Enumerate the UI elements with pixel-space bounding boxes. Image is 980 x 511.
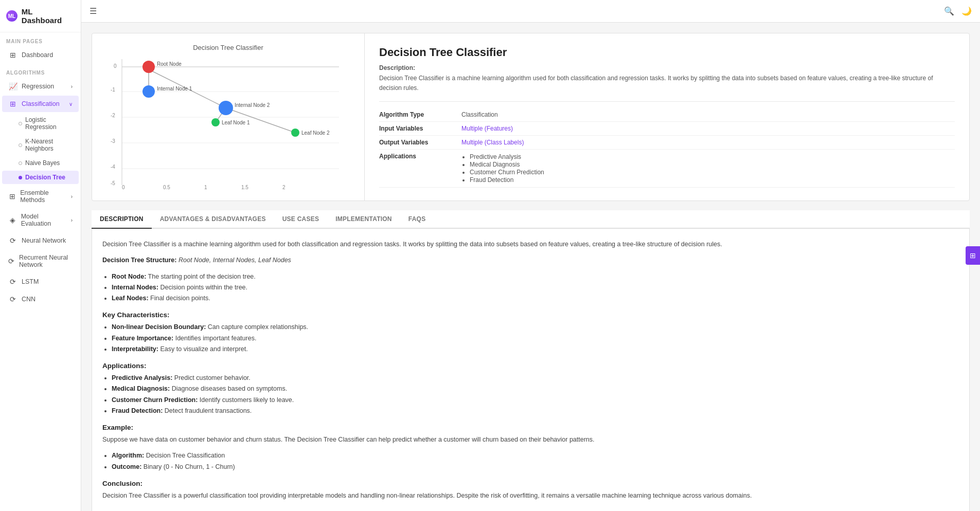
tab-implementation[interactable]: IMPLEMENTATION [327,210,400,229]
svg-text:1: 1 [204,185,207,190]
root-node-text: The starting point of the decision tree. [148,273,256,280]
algorithm-item: Algorithm: Decision Tree Classification [112,450,959,461]
theme-toggle-icon[interactable]: 🌙 [961,6,972,16]
algorithm-type-value: Classification [461,111,498,118]
sidebar-item-label: Regression [22,83,54,90]
sidebar-item-label: CNN [22,296,35,303]
sidebar-item-lstm[interactable]: ⟳ LSTM [2,273,79,290]
sidebar-item-regression[interactable]: 📈 Regression › [2,78,79,95]
sidebar-item-knearest[interactable]: K-Nearest Neighbors [2,135,79,155]
info-row-output-vars: Output Variables Multiple (Class Labels) [379,136,955,150]
application-list-item: Fraud Detection [470,176,544,184]
svg-text:Internal Node 2: Internal Node 2 [235,102,270,108]
svg-text:2: 2 [282,185,286,190]
example-text: Suppose we have data on customer behavio… [102,434,959,445]
dot-icon [19,122,22,125]
sidebar-item-rnn[interactable]: ⟳ Recurrent Neural Network [2,250,79,272]
nonlinear-text: Can capture complex relationships. [208,323,308,331]
ensemble-icon: ⊞ [8,192,16,200]
applications-list: Predictive AnalysisMedical DiagnosisCust… [461,153,544,184]
svg-text:0: 0 [122,185,125,190]
sidebar-item-label: LSTM [22,278,39,285]
algorithm-type-label: Algorithm Type [379,111,461,118]
interpretability-text: Easy to visualize and interpret. [160,345,247,353]
svg-text:Root Node: Root Node [157,61,182,67]
info-panel: Decision Tree Classifier Description: De… [365,33,969,200]
medical-item: Medical Diagnosis: Diagnose diseases bas… [112,384,959,394]
sidebar-item-label: Ensemble Methods [20,189,66,204]
outcome-bold: Outcome: [112,463,141,470]
leaf-node-1 [211,118,220,126]
algorithm-bold: Algorithm: [112,452,144,459]
sidebar-item-label: Neural Network [22,237,66,244]
key-char-list: Non-linear Decision Boundary: Can captur… [102,322,959,355]
svg-text:-4: -4 [111,164,115,170]
tab-advantages[interactable]: ADVANTAGES & DISADVANTAGES [152,210,274,229]
floating-action-button[interactable]: ⊞ [966,246,980,265]
input-variables-value: Multiple (Features) [461,125,513,132]
sidebar-item-classification[interactable]: ⊞ Classification ∨ [2,96,79,112]
fraud-bold: Fraud Detection: [112,407,163,414]
nonlinear-item: Non-linear Decision Boundary: Can captur… [112,322,959,333]
svg-text:Leaf Node 2: Leaf Node 2 [301,130,330,136]
svg-text:-5: -5 [111,180,115,186]
sidebar-item-neural[interactable]: ⟳ Neural Network [2,232,79,249]
internal-nodes-bold: Internal Nodes: [112,284,158,291]
sidebar-item-decision-tree[interactable]: Decision Tree [2,171,79,184]
info-row-algorithm-type: Algorithm Type Classification [379,108,955,122]
sidebar-item-label: Model Evaluation [21,213,67,227]
sidebar-item-naive[interactable]: Naive Bayes [2,156,79,170]
root-node [142,61,155,73]
svg-text:-3: -3 [111,138,115,144]
svg-text:Internal Node 1: Internal Node 1 [157,86,192,92]
tab-use-cases[interactable]: USE CASES [274,210,328,229]
desc-intro: Decision Tree Classifier is a machine le… [102,239,959,250]
topbar-actions: 🔍 🌙 [944,6,972,16]
svg-text:0: 0 [114,63,117,69]
sidebar-sub-label: Logistic Regression [25,116,73,131]
interpretability-bold: Interpretability: [112,345,158,353]
chevron-right-icon: › [71,217,73,223]
key-char-heading: Key Characteristics: [102,311,959,319]
sidebar-item-model-eval[interactable]: ◈ Model Evaluation › [2,209,79,231]
info-table: Algorithm Type Classification Input Vari… [379,101,955,188]
tab-faqs[interactable]: FAQS [400,210,434,229]
interpretability-item: Interpretability: Easy to visualize and … [112,344,959,355]
menu-icon[interactable]: ☰ [90,6,97,16]
sidebar-item-logistic[interactable]: Logistic Regression [2,113,79,134]
feature-item: Feature Importance: Identifies important… [112,333,959,344]
predictive-text: Predict customer behavior. [174,374,251,381]
application-list-item: Medical Diagnosis [470,161,544,168]
root-node-item: Root Node: The starting point of the dec… [112,271,959,282]
algorithm-text: Decision Tree Classification [146,452,225,459]
application-list-item: Customer Churn Prediction [470,169,544,176]
predictive-bold: Predictive Analysis: [112,374,172,381]
fraud-item: Fraud Detection: Detect fraudulent trans… [112,406,959,416]
classification-icon: ⊞ [8,100,17,108]
dot-active-icon [19,176,22,179]
info-row-applications: Applications Predictive AnalysisMedical … [379,150,955,188]
input-variables-label: Input Variables [379,125,461,132]
internal-nodes-item: Internal Nodes: Decision points within t… [112,282,959,293]
search-icon[interactable]: 🔍 [944,6,954,16]
sidebar-item-label: Recurrent Neural Network [19,254,73,268]
content-area: Decision Tree Classifier 0 -1 -2 -3 -4 -… [81,23,980,511]
svg-text:-2: -2 [111,113,115,118]
tab-description[interactable]: DESCRIPTION [92,210,152,229]
regression-icon: 📈 [8,82,17,90]
sidebar-item-dashboard[interactable]: ⊞ Dashboard [2,47,79,63]
nonlinear-bold: Non-linear Decision Boundary: [112,323,206,331]
sidebar-item-ensemble[interactable]: ⊞ Ensemble Methods › [2,185,79,208]
cnn-icon: ⟳ [8,295,17,303]
dot-icon [19,161,22,165]
sidebar-sub-label: K-Nearest Neighbors [25,138,73,152]
root-node-bold: Root Node: [112,273,146,280]
logo-text: ML Dashboard [22,7,75,25]
sidebar-item-cnn[interactable]: ⟳ CNN [2,291,79,307]
outcome-text: Binary (0 - No Churn, 1 - Churn) [144,463,235,470]
svg-text:-1: -1 [111,87,115,93]
info-desc-text: Decision Tree Classifier is a machine le… [379,74,955,93]
info-row-input-vars: Input Variables Multiple (Features) [379,122,955,136]
applications-value: Predictive AnalysisMedical DiagnosisCust… [461,153,544,184]
structure-list: Root Node: The starting point of the dec… [102,271,959,304]
